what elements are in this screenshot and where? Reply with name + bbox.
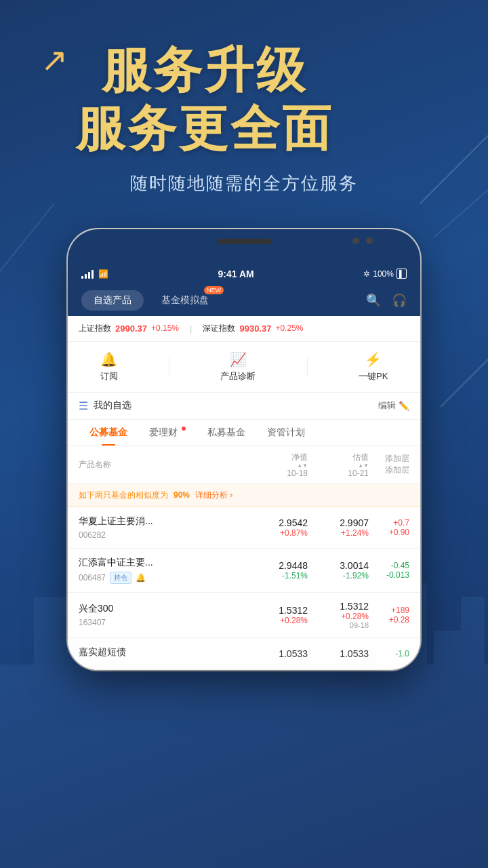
fund-nav-2: 2.9448 -1.51% — [247, 560, 308, 580]
tab-public-fund[interactable]: 公募基金 — [79, 420, 138, 446]
est-sort-icon: ▲▼ — [358, 463, 369, 469]
similarity-notice: 如下两只基金的相似度为 90% 详细分析 › — [68, 484, 420, 507]
fund-name-3: 兴全300 — [79, 603, 247, 615]
tab-private-fund[interactable]: 私募基金 — [197, 420, 256, 446]
th-product-name: 产品名称 — [79, 459, 247, 471]
status-time: 9:41 AM — [218, 269, 254, 279]
fund-info-2: 汇添富中证主要... 006487 持仓 🔔 — [79, 557, 247, 584]
fund-est-value-3: 1.5312 — [308, 601, 369, 612]
phone-camera-2 — [366, 237, 373, 244]
watchlist-icon: ☰ — [79, 399, 88, 412]
watchlist-title: 我的自选 — [94, 399, 131, 412]
edit-label: 编辑 — [378, 399, 396, 412]
section-title: ☰ 我的自选 — [79, 399, 131, 412]
search-icon[interactable]: 🔍 — [366, 293, 381, 308]
similarity-text: 如下两只基金的相似度为 — [79, 490, 168, 501]
fund-name-4: 嘉实超短债 — [79, 646, 247, 658]
shenzhen-label: 深证指数 — [203, 323, 235, 334]
subscribe-icon: 🔔 — [100, 351, 117, 368]
fund-name-2: 汇添富中证主要... — [79, 557, 247, 569]
tab-fund-simulation[interactable]: 基金模拟盘 NEW — [149, 290, 221, 311]
diagnosis-icon: 📈 — [230, 351, 247, 368]
phone-camera-1 — [352, 237, 359, 244]
th-nav[interactable]: 净值 ▲▼ 10-18 — [247, 452, 308, 478]
fund-code-1: 006282 — [79, 530, 106, 540]
signal-bar-3 — [88, 272, 90, 279]
fund-code-row-2: 006487 持仓 🔔 — [79, 572, 247, 584]
action-row: 🔔 订阅 📈 产品诊断 ⚡ 一键PK — [68, 342, 420, 393]
fund-add-4: -1.0 — [369, 649, 409, 658]
phone-top-bar — [68, 229, 420, 263]
fund-code-row-3: 163407 — [79, 618, 247, 627]
diagnosis-label: 产品诊断 — [220, 370, 256, 382]
fund-nav-value-1: 2.9542 — [247, 517, 308, 528]
fund-code-2: 006487 — [79, 573, 106, 583]
bell-icon-2: 🔔 — [136, 573, 146, 583]
action-pk[interactable]: ⚡ 一键PK — [359, 351, 388, 382]
similarity-link[interactable]: 详细分析 › — [195, 490, 232, 501]
similarity-percent: 90% — [174, 490, 190, 500]
fund-row-3[interactable]: 兴全300 163407 1.5312 +0.28% 1.5312 +0.28%… — [68, 593, 420, 638]
fund-tabs: 公募基金 爱理财 私募基金 资管计划 — [68, 420, 420, 446]
fund-nav-4: 1.0533 — [247, 648, 308, 659]
shanghai-value: 2990.37 — [115, 323, 147, 334]
action-divider-2 — [307, 357, 308, 377]
shanghai-index: 上证指数 2990.37 +0.15% — [79, 323, 179, 334]
th-add: 添加层 添加层 — [369, 453, 409, 476]
pk-label: 一键PK — [359, 370, 388, 382]
tab-wealth-management[interactable]: 爱理财 — [138, 420, 197, 446]
fund-nav-value-2: 2.9448 — [247, 560, 308, 571]
status-bar: 📶 9:41 AM ✲ 100% ▌ — [68, 263, 420, 285]
promo-area: ↗ 服务升级 服务更全面 随时随地随需的全方位服务 — [0, 0, 488, 209]
nav-sort-icon: ▲▼ — [297, 463, 308, 469]
fund-tag-2: 持仓 — [110, 572, 131, 584]
wifi-icon: 📶 — [98, 269, 108, 279]
fund-est-value-4: 1.0533 — [308, 648, 369, 659]
shanghai-label: 上证指数 — [79, 323, 111, 334]
fund-nav-change-2: -1.51% — [247, 571, 308, 580]
nav-icons: 🔍 🎧 — [366, 293, 407, 308]
tab-watchlist[interactable]: 自选产品 — [81, 290, 144, 311]
fund-est-value-1: 2.9907 — [308, 517, 369, 528]
fund-row-4[interactable]: 嘉实超短债 1.0533 1.0533 -1.0 — [68, 638, 420, 670]
fund-extra-date-3: 09-18 — [308, 621, 369, 629]
promo-subtitle: 随时随地随需的全方位服务 — [27, 172, 461, 195]
fund-est-change-2: -1.92% — [308, 571, 369, 580]
fund-add-3: +189 +0.28 — [369, 606, 409, 625]
fund-info-3: 兴全300 163407 — [79, 603, 247, 627]
signal-bar-2 — [85, 274, 87, 279]
th-estimate[interactable]: 估值 ▲▼ 10-21 — [308, 452, 369, 478]
action-diagnosis[interactable]: 📈 产品诊断 — [220, 351, 256, 382]
phone-frame: 📶 9:41 AM ✲ 100% ▌ 自选产品 基金模拟盘 NEW 🔍 — [68, 229, 420, 670]
fund-nav-change-3: +0.28% — [247, 616, 308, 625]
fund-row-2[interactable]: 汇添富中证主要... 006487 持仓 🔔 2.9448 -1.51% 3.0… — [68, 549, 420, 593]
nav-tabs[interactable]: 自选产品 基金模拟盘 NEW — [81, 290, 221, 311]
fund-name-1: 华夏上证主要消... — [79, 515, 247, 528]
wealth-dot — [182, 427, 186, 431]
app-nav: 自选产品 基金模拟盘 NEW 🔍 🎧 — [68, 285, 420, 316]
pk-icon: ⚡ — [365, 351, 382, 368]
promo-arrow-icon: ↗ — [27, 41, 68, 79]
tab-asset-management[interactable]: 资管计划 — [256, 420, 316, 446]
fund-row-1[interactable]: 华夏上证主要消... 006282 2.9542 +0.87% 2.9907 +… — [68, 507, 420, 549]
status-left: 📶 — [81, 269, 108, 279]
fund-nav-value-4: 1.0533 — [247, 648, 308, 659]
action-subscribe[interactable]: 🔔 订阅 — [100, 351, 118, 382]
stock-ticker: 上证指数 2990.37 +0.15% | 深证指数 9930.37 +0.25… — [68, 316, 420, 342]
fund-est-change-3: +0.28% — [308, 612, 369, 621]
new-badge: NEW — [204, 286, 224, 294]
fund-estimate-2: 3.0014 -1.92% — [308, 560, 369, 580]
fund-nav-3: 1.5312 +0.28% — [247, 605, 308, 625]
headset-icon[interactable]: 🎧 — [392, 293, 407, 308]
signal-bar-1 — [81, 276, 83, 279]
subscribe-label: 订阅 — [100, 370, 118, 382]
fund-nav-value-3: 1.5312 — [247, 605, 308, 616]
ticker-divider: | — [190, 323, 192, 334]
battery-icon: ▌ — [396, 269, 407, 279]
fund-nav-1: 2.9542 +0.87% — [247, 517, 308, 538]
edit-button[interactable]: 编辑 ✏️ — [378, 399, 409, 412]
fund-estimate-4: 1.0533 — [308, 648, 369, 659]
fund-estimate-3: 1.5312 +0.28% 09-18 — [308, 601, 369, 629]
fund-add-1: +0.7 +0.90 — [369, 518, 409, 537]
fund-est-value-2: 3.0014 — [308, 560, 369, 571]
